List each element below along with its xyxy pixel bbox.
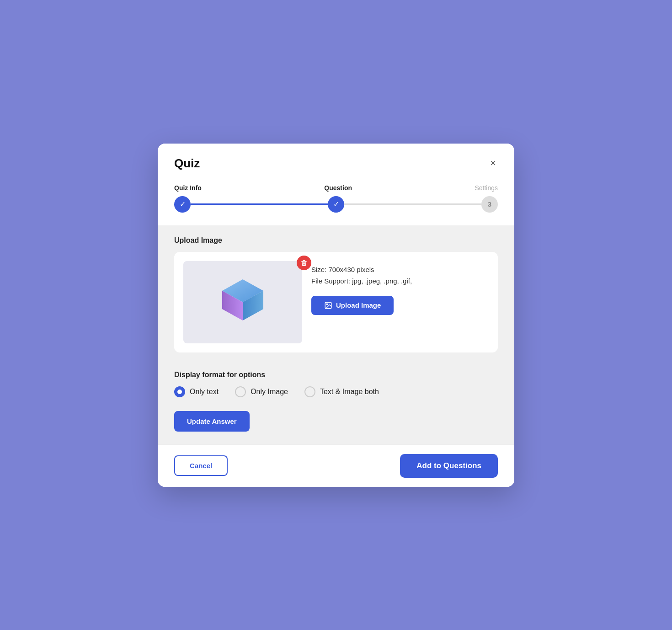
radio-only-image[interactable]: Only Image	[235, 386, 288, 397]
stepper-labels: Quiz Info Question Settings	[174, 184, 498, 192]
trash-icon	[301, 260, 307, 266]
cube-image	[211, 270, 275, 334]
cancel-button[interactable]: Cancel	[174, 455, 228, 476]
step3-number: 3	[488, 200, 491, 208]
upload-button-label: Upload Image	[336, 301, 381, 309]
upload-card: Size: 700x430 pixels File Support: jpg, …	[174, 252, 498, 352]
modal-footer: Cancel Add to Questions	[158, 444, 514, 487]
update-section: Update Answer	[158, 406, 514, 444]
delete-image-button[interactable]	[297, 256, 311, 270]
radio-text-image-circle	[304, 386, 315, 397]
svg-point-4	[326, 304, 327, 304]
close-button[interactable]: ×	[488, 156, 498, 170]
image-format-text: File Support: jpg, .jpeg, .png, .gif,	[311, 277, 489, 285]
step2-check-icon: ✓	[333, 200, 339, 208]
radio-only-text-label: Only text	[190, 388, 219, 396]
section-scroll[interactable]: Upload Image	[158, 225, 514, 444]
image-size-text: Size: 700x430 pixels	[311, 266, 489, 273]
upload-section-title: Upload Image	[174, 236, 498, 245]
add-to-questions-button[interactable]: Add to Questions	[400, 454, 498, 478]
step1-check-icon: ✓	[180, 200, 186, 208]
step-line-1	[191, 203, 328, 205]
modal-body: Upload Image	[158, 225, 514, 444]
display-format-section: Display format for options Only text Onl…	[158, 362, 514, 406]
step3-label: Settings	[475, 184, 498, 192]
modal-overlay: Quiz × Quiz Info Question Settings ✓ ✓ 3	[0, 0, 672, 630]
radio-text-image-both[interactable]: Text & Image both	[304, 386, 379, 397]
upload-section: Upload Image	[158, 225, 514, 362]
modal-header: Quiz ×	[158, 144, 514, 180]
radio-only-image-circle	[235, 386, 246, 397]
modal-title: Quiz	[174, 156, 200, 171]
step-line-2	[344, 203, 481, 205]
radio-text-image-label: Text & Image both	[320, 388, 379, 396]
radio-only-text[interactable]: Only text	[174, 386, 219, 397]
image-preview	[183, 261, 302, 343]
step2-label: Question	[324, 184, 352, 192]
quiz-modal: Quiz × Quiz Info Question Settings ✓ ✓ 3	[158, 144, 514, 487]
radio-only-image-label: Only Image	[251, 388, 288, 396]
upload-image-button[interactable]: Upload Image	[311, 296, 394, 315]
radio-only-text-circle	[174, 386, 185, 397]
stepper-track: ✓ ✓ 3	[174, 196, 498, 213]
stepper: Quiz Info Question Settings ✓ ✓ 3	[158, 180, 514, 225]
format-options: Only text Only Image Text & Image both	[174, 386, 498, 397]
update-answer-button[interactable]: Update Answer	[174, 411, 250, 432]
step1-circle: ✓	[174, 196, 191, 213]
step3-circle: 3	[481, 196, 498, 213]
step1-label: Quiz Info	[174, 184, 202, 192]
image-upload-icon	[324, 301, 332, 310]
upload-info: Size: 700x430 pixels File Support: jpg, …	[311, 261, 489, 315]
display-format-title: Display format for options	[174, 371, 498, 379]
step2-circle: ✓	[328, 196, 344, 213]
